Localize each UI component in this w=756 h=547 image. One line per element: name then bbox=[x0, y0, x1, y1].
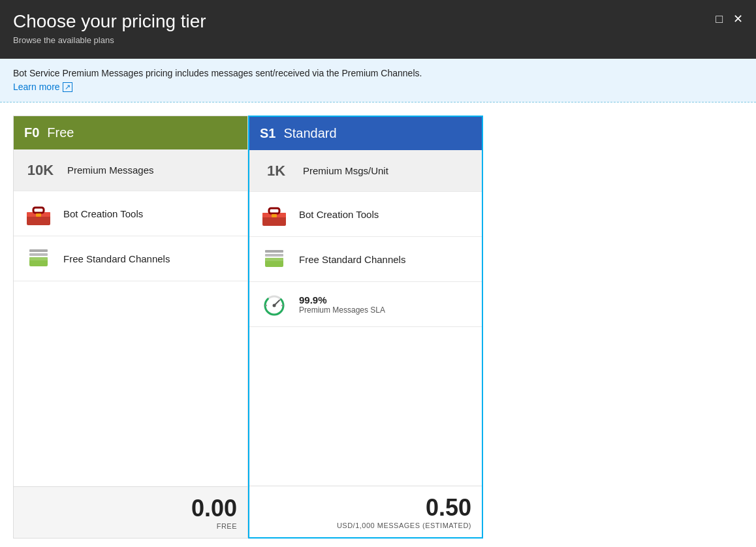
dialog-title: Choose your pricing tier bbox=[13, 10, 206, 33]
feature-premium-messages-s1: 1K Premium Msgs/Unit bbox=[249, 150, 482, 192]
feature-label-premium-s1: Premium Msgs/Unit bbox=[303, 165, 388, 176]
feature-badge-s1: 1K bbox=[260, 163, 292, 180]
feature-premium-messages-f0: 10K Premium Messages bbox=[14, 149, 247, 191]
channels-icon-s1 bbox=[260, 245, 289, 274]
dialog-subtitle: Browse the available plans bbox=[13, 35, 206, 45]
titlebar-text: Choose your pricing tier Browse the avai… bbox=[13, 10, 206, 45]
feature-bot-tools-s1: Bot Creation Tools bbox=[249, 192, 482, 237]
svg-rect-10 bbox=[269, 208, 279, 213]
svg-rect-7 bbox=[29, 257, 48, 260]
feature-channels-s1: Free Standard Channels bbox=[249, 237, 482, 282]
plans-container: F0 Free 10K Premium Messages bbox=[13, 116, 509, 539]
close-button[interactable]: ✕ bbox=[733, 13, 743, 25]
plan-tier-f0: F0 bbox=[24, 125, 39, 140]
svg-rect-3 bbox=[36, 213, 41, 217]
feature-bot-tools-f0: Bot Creation Tools bbox=[14, 191, 247, 236]
svg-rect-13 bbox=[265, 254, 283, 257]
svg-rect-12 bbox=[265, 250, 283, 253]
feature-sla-s1: 99.9% Premium Messages SLA bbox=[249, 282, 482, 327]
plan-header-f0: F0 Free bbox=[14, 116, 247, 149]
info-message: Bot Service Premium Messages pricing inc… bbox=[13, 68, 422, 78]
feature-label-bot-tools-s1: Bot Creation Tools bbox=[299, 209, 379, 220]
feature-label-channels-f0: Free Standard Channels bbox=[63, 253, 170, 264]
feature-label-bot-tools-f0: Bot Creation Tools bbox=[63, 208, 143, 219]
external-link-icon: ↗ bbox=[63, 82, 72, 92]
feature-sla-text-s1: 99.9% Premium Messages SLA bbox=[299, 294, 385, 315]
plan-price-label-s1: USD/1,000 MESSAGES (ESTIMATED) bbox=[260, 522, 471, 529]
svg-rect-5 bbox=[29, 253, 48, 256]
plan-card-f0[interactable]: F0 Free 10K Premium Messages bbox=[13, 116, 248, 539]
plan-tier-s1: S1 bbox=[260, 126, 276, 141]
plan-price-f0: 0.00 bbox=[24, 495, 237, 522]
feature-channels-f0: Free Standard Channels bbox=[14, 236, 247, 281]
learn-more-link[interactable]: Learn more ↗ bbox=[13, 80, 72, 94]
svg-rect-11 bbox=[272, 214, 277, 217]
titlebar: Choose your pricing tier Browse the avai… bbox=[0, 0, 756, 59]
plan-spacer-s1 bbox=[249, 327, 482, 486]
feature-label-channels-s1: Free Standard Channels bbox=[299, 254, 405, 265]
channels-icon-f0 bbox=[24, 244, 53, 273]
info-bar: Bot Service Premium Messages pricing inc… bbox=[0, 59, 756, 102]
plan-name-s1: Standard bbox=[283, 126, 336, 141]
main-content: F0 Free 10K Premium Messages bbox=[0, 102, 756, 547]
plan-spacer-f0 bbox=[14, 281, 247, 486]
plan-footer-s1: 0.50 USD/1,000 MESSAGES (ESTIMATED) bbox=[249, 486, 482, 537]
svg-rect-15 bbox=[265, 258, 283, 261]
svg-point-19 bbox=[273, 304, 276, 307]
sla-percentage: 99.9% bbox=[299, 294, 385, 305]
sla-icon-s1 bbox=[260, 290, 289, 319]
plan-name-f0: Free bbox=[47, 125, 74, 140]
feature-badge-f0: 10K bbox=[24, 162, 57, 179]
svg-rect-2 bbox=[33, 208, 44, 213]
plan-price-label-f0: FREE bbox=[24, 522, 237, 530]
plan-card-s1[interactable]: S1 Standard 1K Premium Msgs/Unit bbox=[248, 116, 483, 539]
toolbox-icon-f0 bbox=[24, 199, 53, 228]
toolbox-icon-s1 bbox=[260, 200, 289, 228]
titlebar-controls: □ ✕ bbox=[716, 13, 743, 25]
svg-rect-4 bbox=[29, 249, 48, 252]
plan-price-s1: 0.50 bbox=[260, 494, 471, 522]
feature-label-premium-f0: Premium Messages bbox=[67, 164, 154, 176]
learn-more-label: Learn more bbox=[13, 80, 60, 94]
sla-label: Premium Messages SLA bbox=[299, 305, 385, 315]
plan-footer-f0: 0.00 FREE bbox=[14, 486, 247, 538]
plan-header-s1: S1 Standard bbox=[249, 117, 482, 150]
minimize-button[interactable]: □ bbox=[716, 13, 723, 25]
